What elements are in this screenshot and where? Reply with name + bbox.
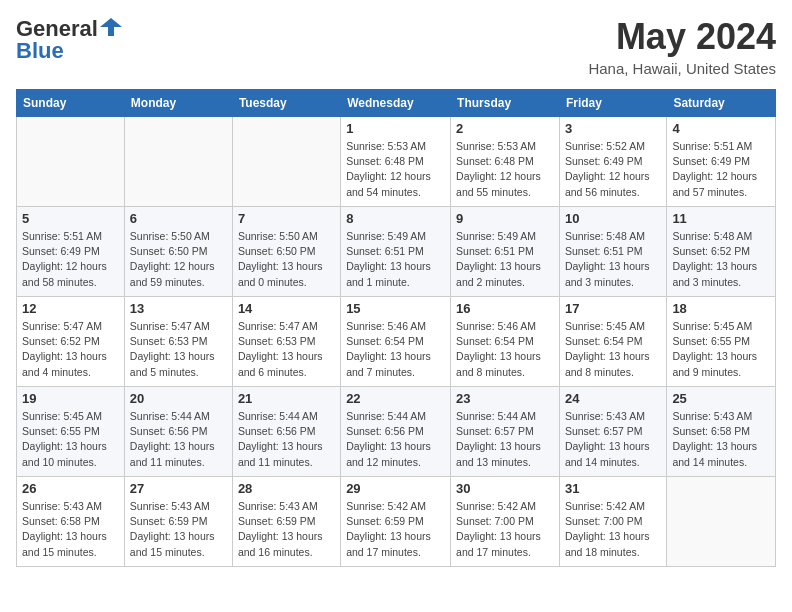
day-number: 27 <box>130 481 227 496</box>
day-detail: Sunrise: 5:44 AM Sunset: 6:56 PM Dayligh… <box>238 409 335 470</box>
calendar-body: 1Sunrise: 5:53 AM Sunset: 6:48 PM Daylig… <box>17 117 776 567</box>
day-detail: Sunrise: 5:51 AM Sunset: 6:49 PM Dayligh… <box>22 229 119 290</box>
calendar-cell: 22Sunrise: 5:44 AM Sunset: 6:56 PM Dayli… <box>341 387 451 477</box>
day-number: 10 <box>565 211 661 226</box>
calendar-cell: 27Sunrise: 5:43 AM Sunset: 6:59 PM Dayli… <box>124 477 232 567</box>
day-detail: Sunrise: 5:44 AM Sunset: 6:57 PM Dayligh… <box>456 409 554 470</box>
calendar-cell: 28Sunrise: 5:43 AM Sunset: 6:59 PM Dayli… <box>232 477 340 567</box>
day-number: 17 <box>565 301 661 316</box>
day-number: 9 <box>456 211 554 226</box>
calendar-cell: 19Sunrise: 5:45 AM Sunset: 6:55 PM Dayli… <box>17 387 125 477</box>
calendar-cell: 16Sunrise: 5:46 AM Sunset: 6:54 PM Dayli… <box>451 297 560 387</box>
calendar-cell: 23Sunrise: 5:44 AM Sunset: 6:57 PM Dayli… <box>451 387 560 477</box>
day-detail: Sunrise: 5:44 AM Sunset: 6:56 PM Dayligh… <box>346 409 445 470</box>
day-detail: Sunrise: 5:43 AM Sunset: 6:59 PM Dayligh… <box>238 499 335 560</box>
day-number: 24 <box>565 391 661 406</box>
day-number: 22 <box>346 391 445 406</box>
calendar-cell: 15Sunrise: 5:46 AM Sunset: 6:54 PM Dayli… <box>341 297 451 387</box>
weekday-header-tuesday: Tuesday <box>232 90 340 117</box>
day-number: 28 <box>238 481 335 496</box>
weekday-header-row: SundayMondayTuesdayWednesdayThursdayFrid… <box>17 90 776 117</box>
calendar-cell: 10Sunrise: 5:48 AM Sunset: 6:51 PM Dayli… <box>559 207 666 297</box>
day-number: 31 <box>565 481 661 496</box>
day-number: 23 <box>456 391 554 406</box>
calendar-cell: 8Sunrise: 5:49 AM Sunset: 6:51 PM Daylig… <box>341 207 451 297</box>
calendar-cell: 6Sunrise: 5:50 AM Sunset: 6:50 PM Daylig… <box>124 207 232 297</box>
day-detail: Sunrise: 5:49 AM Sunset: 6:51 PM Dayligh… <box>346 229 445 290</box>
calendar-cell: 24Sunrise: 5:43 AM Sunset: 6:57 PM Dayli… <box>559 387 666 477</box>
weekday-header-thursday: Thursday <box>451 90 560 117</box>
day-number: 7 <box>238 211 335 226</box>
calendar-cell: 14Sunrise: 5:47 AM Sunset: 6:53 PM Dayli… <box>232 297 340 387</box>
weekday-header-wednesday: Wednesday <box>341 90 451 117</box>
day-number: 11 <box>672 211 770 226</box>
day-number: 2 <box>456 121 554 136</box>
day-number: 30 <box>456 481 554 496</box>
day-number: 18 <box>672 301 770 316</box>
calendar-cell: 2Sunrise: 5:53 AM Sunset: 6:48 PM Daylig… <box>451 117 560 207</box>
day-detail: Sunrise: 5:53 AM Sunset: 6:48 PM Dayligh… <box>346 139 445 200</box>
day-number: 21 <box>238 391 335 406</box>
calendar-cell: 29Sunrise: 5:42 AM Sunset: 6:59 PM Dayli… <box>341 477 451 567</box>
calendar-cell: 30Sunrise: 5:42 AM Sunset: 7:00 PM Dayli… <box>451 477 560 567</box>
calendar-cell: 18Sunrise: 5:45 AM Sunset: 6:55 PM Dayli… <box>667 297 776 387</box>
location-text: Hana, Hawaii, United States <box>588 60 776 77</box>
calendar-cell: 13Sunrise: 5:47 AM Sunset: 6:53 PM Dayli… <box>124 297 232 387</box>
day-detail: Sunrise: 5:45 AM Sunset: 6:55 PM Dayligh… <box>22 409 119 470</box>
logo-bird-icon <box>100 16 122 38</box>
calendar-week-3: 12Sunrise: 5:47 AM Sunset: 6:52 PM Dayli… <box>17 297 776 387</box>
weekday-header-sunday: Sunday <box>17 90 125 117</box>
day-detail: Sunrise: 5:53 AM Sunset: 6:48 PM Dayligh… <box>456 139 554 200</box>
calendar-cell: 7Sunrise: 5:50 AM Sunset: 6:50 PM Daylig… <box>232 207 340 297</box>
calendar-week-1: 1Sunrise: 5:53 AM Sunset: 6:48 PM Daylig… <box>17 117 776 207</box>
day-number: 12 <box>22 301 119 316</box>
month-title: May 2024 <box>588 16 776 58</box>
day-detail: Sunrise: 5:43 AM Sunset: 6:58 PM Dayligh… <box>22 499 119 560</box>
weekday-header-saturday: Saturday <box>667 90 776 117</box>
day-number: 20 <box>130 391 227 406</box>
svg-marker-0 <box>100 18 122 36</box>
day-detail: Sunrise: 5:43 AM Sunset: 6:59 PM Dayligh… <box>130 499 227 560</box>
calendar-cell: 12Sunrise: 5:47 AM Sunset: 6:52 PM Dayli… <box>17 297 125 387</box>
day-detail: Sunrise: 5:43 AM Sunset: 6:58 PM Dayligh… <box>672 409 770 470</box>
day-number: 19 <box>22 391 119 406</box>
calendar-cell <box>17 117 125 207</box>
calendar-cell: 31Sunrise: 5:42 AM Sunset: 7:00 PM Dayli… <box>559 477 666 567</box>
day-detail: Sunrise: 5:52 AM Sunset: 6:49 PM Dayligh… <box>565 139 661 200</box>
day-detail: Sunrise: 5:42 AM Sunset: 6:59 PM Dayligh… <box>346 499 445 560</box>
calendar-week-2: 5Sunrise: 5:51 AM Sunset: 6:49 PM Daylig… <box>17 207 776 297</box>
day-number: 26 <box>22 481 119 496</box>
logo: General Blue <box>16 16 122 64</box>
calendar-cell: 25Sunrise: 5:43 AM Sunset: 6:58 PM Dayli… <box>667 387 776 477</box>
day-number: 14 <box>238 301 335 316</box>
calendar-week-4: 19Sunrise: 5:45 AM Sunset: 6:55 PM Dayli… <box>17 387 776 477</box>
day-number: 25 <box>672 391 770 406</box>
calendar-cell: 3Sunrise: 5:52 AM Sunset: 6:49 PM Daylig… <box>559 117 666 207</box>
day-number: 3 <box>565 121 661 136</box>
day-detail: Sunrise: 5:42 AM Sunset: 7:00 PM Dayligh… <box>565 499 661 560</box>
calendar-cell: 5Sunrise: 5:51 AM Sunset: 6:49 PM Daylig… <box>17 207 125 297</box>
calendar-week-5: 26Sunrise: 5:43 AM Sunset: 6:58 PM Dayli… <box>17 477 776 567</box>
day-detail: Sunrise: 5:50 AM Sunset: 6:50 PM Dayligh… <box>238 229 335 290</box>
page-header: General Blue May 2024 Hana, Hawaii, Unit… <box>16 16 776 77</box>
title-block: May 2024 Hana, Hawaii, United States <box>588 16 776 77</box>
calendar-cell: 1Sunrise: 5:53 AM Sunset: 6:48 PM Daylig… <box>341 117 451 207</box>
day-detail: Sunrise: 5:46 AM Sunset: 6:54 PM Dayligh… <box>456 319 554 380</box>
calendar-cell: 17Sunrise: 5:45 AM Sunset: 6:54 PM Dayli… <box>559 297 666 387</box>
calendar-cell: 21Sunrise: 5:44 AM Sunset: 6:56 PM Dayli… <box>232 387 340 477</box>
weekday-header-friday: Friday <box>559 90 666 117</box>
day-number: 5 <box>22 211 119 226</box>
day-number: 15 <box>346 301 445 316</box>
day-detail: Sunrise: 5:42 AM Sunset: 7:00 PM Dayligh… <box>456 499 554 560</box>
day-detail: Sunrise: 5:45 AM Sunset: 6:55 PM Dayligh… <box>672 319 770 380</box>
calendar-cell <box>667 477 776 567</box>
day-detail: Sunrise: 5:44 AM Sunset: 6:56 PM Dayligh… <box>130 409 227 470</box>
logo-blue: Blue <box>16 38 64 64</box>
calendar-cell: 11Sunrise: 5:48 AM Sunset: 6:52 PM Dayli… <box>667 207 776 297</box>
day-number: 4 <box>672 121 770 136</box>
day-detail: Sunrise: 5:47 AM Sunset: 6:53 PM Dayligh… <box>130 319 227 380</box>
day-detail: Sunrise: 5:43 AM Sunset: 6:57 PM Dayligh… <box>565 409 661 470</box>
day-number: 29 <box>346 481 445 496</box>
day-number: 13 <box>130 301 227 316</box>
day-detail: Sunrise: 5:51 AM Sunset: 6:49 PM Dayligh… <box>672 139 770 200</box>
